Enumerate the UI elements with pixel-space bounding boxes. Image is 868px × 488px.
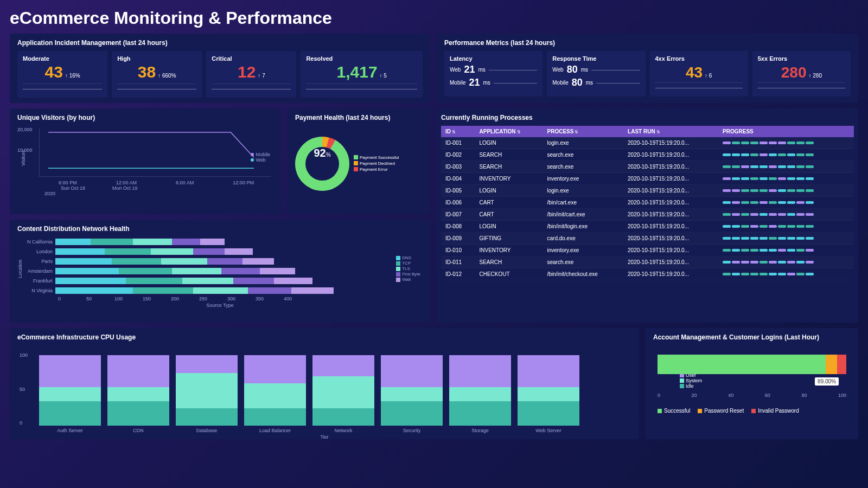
login-tooltip: 89.00% [815, 377, 839, 386]
logins-panel: Account Management & Customer Logins (La… [646, 328, 858, 439]
table-row[interactable]: ID-008LOGIN/bin/init/login.exe2020-10-19… [441, 221, 854, 233]
cdn-legend: DNS TCP TLS First Byte Wait [396, 255, 420, 282]
4xx-card: 4xx Errors 43↑ 6 [650, 51, 748, 97]
logins-chart[interactable]: 89.00% [658, 355, 846, 387]
cpu-bar[interactable] [176, 355, 238, 426]
logins-legend: Successful Password Reset Invalid Passwo… [658, 408, 851, 414]
table-row[interactable]: ID-010INVENTORYinventory.exe2020-10-19T1… [441, 245, 854, 256]
visitors-legend: Mobile Web [251, 152, 270, 163]
cpu-bar[interactable] [312, 355, 374, 426]
latency-card: Latency Web21ms Mobile21ms [444, 51, 542, 97]
perf-panel: Performance Metrics (last 24 hours) Late… [437, 34, 858, 103]
col-header[interactable]: PROGRESS [718, 126, 854, 137]
col-header[interactable]: PROCESS⇅ [542, 126, 623, 137]
cpu-bar[interactable] [107, 355, 169, 426]
5xx-card: 5xx Errors 280↑ 280 [752, 51, 851, 97]
col-header[interactable]: LAST RUN⇅ [623, 126, 718, 137]
table-row[interactable]: ID-009GIFTINGcard.do.exe2020-10-19T15:19… [441, 233, 854, 245]
cpu-chart[interactable]: 0 50 100 User System Idle [39, 345, 631, 426]
table-row[interactable]: ID-011SEARCHsearch.exe2020-10-19T15:19:2… [441, 256, 854, 268]
processes-table[interactable]: ID⇅APPLICATION⇅PROCESS⇅LAST RUN⇅PROGRESS… [441, 126, 854, 280]
table-row[interactable]: ID-003SEARCHsearch.exe2020-10-19T15:19:2… [441, 161, 854, 173]
table-row[interactable]: ID-005LOGINlogin.exe2020-10-19T15:19:20.… [441, 185, 854, 197]
processes-panel: Currently Running Processes ID⇅APPLICATI… [437, 108, 858, 323]
payment-donut[interactable]: 92% [295, 137, 349, 191]
incident-card: Critical12↑ 7 [206, 51, 296, 98]
col-header[interactable]: ID⇅ [441, 126, 475, 137]
cdn-chart[interactable]: Location N CaliforniaLondonParisAmsterda… [17, 237, 423, 306]
cpu-bar[interactable] [449, 355, 511, 426]
incident-card: Resolved1,417↑ 5 [301, 51, 423, 98]
table-row[interactable]: ID-012CHECKOUT/bin/init/checkout.exe2020… [441, 268, 854, 280]
table-row[interactable]: ID-006CART/bin/cart.exe2020-10-19T15:19:… [441, 197, 854, 209]
payment-legend: Payment Successful Payment Declined Paym… [354, 155, 399, 173]
table-row[interactable]: ID-001LOGINlogin.exe2020-10-19T15:19:20.… [441, 137, 854, 149]
cpu-bar[interactable] [381, 355, 443, 426]
cpu-bar[interactable] [518, 355, 579, 426]
table-row[interactable]: ID-002SEARCHsearch.exe2020-10-19T15:19:2… [441, 149, 854, 161]
cpu-bar[interactable] [39, 355, 101, 426]
page-title: eCommerce Monitoring & Performance [10, 8, 858, 28]
cpu-bar[interactable] [244, 355, 306, 426]
payment-panel: Payment Health (last 24 hours) 92% Payme… [288, 108, 430, 214]
col-header[interactable]: APPLICATION⇅ [475, 126, 542, 137]
incidents-panel: Application Incident Management (last 24… [10, 34, 430, 103]
cdn-panel: Content Distribution Network Health Loca… [10, 220, 430, 323]
table-row[interactable]: ID-007CART/bin/init/cart.exe2020-10-19T1… [441, 209, 854, 221]
cpu-panel: eCommerce Infrastructure CPU Usage 0 50 … [10, 328, 639, 439]
table-row[interactable]: ID-004INVENTORYinventory.exe2020-10-19T1… [441, 173, 854, 185]
incident-card: High38↑ 660% [112, 51, 202, 98]
perf-title: Performance Metrics (last 24 hours) [444, 39, 851, 47]
incident-card: Moderate43↑ 16% [17, 51, 107, 98]
visitors-panel: Unique Visitors (by hour) 20,000 10,000 … [10, 108, 281, 214]
visitors-chart[interactable]: 20,000 10,000 Visitors Mobile Web 6:00 P… [17, 126, 273, 195]
incidents-title: Application Incident Management (last 24… [17, 39, 423, 47]
response-card: Response Time Web80ms Mobile80ms [547, 51, 645, 97]
